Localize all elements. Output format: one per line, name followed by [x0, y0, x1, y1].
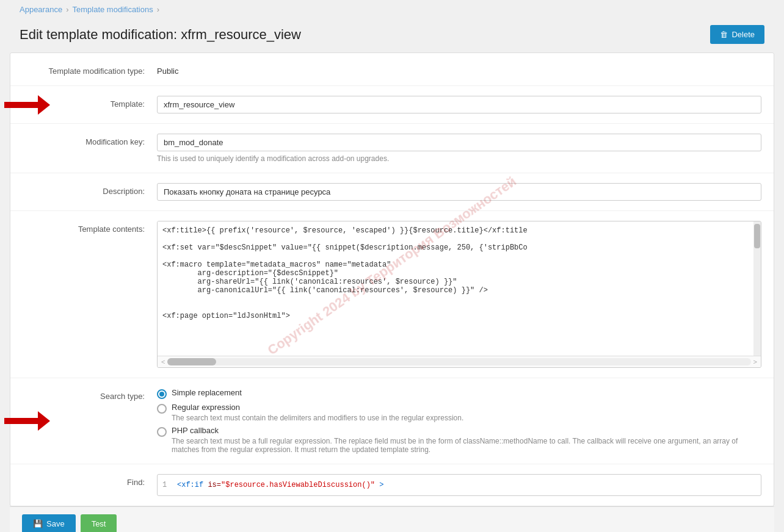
description-input[interactable]: [157, 183, 761, 201]
modification-type-field: Public: [157, 63, 761, 76]
find-row: Find: 1 <xf:if is="$resource.hasViewable…: [10, 464, 774, 506]
template-arrow: [4, 95, 50, 115]
search-type-arrow: [4, 411, 50, 431]
breadcrumb-sep2: ›: [157, 5, 159, 14]
modification-type-label: Template modification type:: [23, 63, 157, 76]
find-label: Find:: [23, 474, 157, 487]
radio-regex-label: Regular expression: [172, 403, 463, 412]
template-contents-row: Template contents: <xf:title>{{ prefix('…: [10, 211, 774, 378]
modification-key-label: Modification key:: [23, 134, 157, 146]
modification-key-row: Modification key: This is used to unique…: [10, 124, 774, 173]
description-field[interactable]: [157, 183, 761, 201]
radio-regex[interactable]: Regular expression The search text must …: [157, 403, 761, 422]
template-contents-box: <xf:title>{{ prefix('resource', $resourc…: [157, 221, 761, 368]
find-field[interactable]: 1 <xf:if is="$resource.hasViewableDiscus…: [157, 474, 761, 496]
description-row: Description:: [10, 173, 774, 211]
breadcrumb-template-modifications[interactable]: Template modifications: [72, 5, 153, 14]
template-field[interactable]: [157, 96, 761, 113]
save-label: Save: [46, 519, 65, 528]
breadcrumb: Appearance › Template modifications ›: [10, 0, 774, 19]
modification-key-hint: This is used to uniquely identify a modi…: [157, 154, 761, 163]
search-type-field: Simple replacement Regular expression Th…: [157, 388, 761, 454]
search-type-row: Search type: Simple replacement Re: [10, 378, 774, 464]
template-contents-textarea[interactable]: <xf:title>{{ prefix('resource', $resourc…: [158, 221, 753, 356]
radio-simple[interactable]: Simple replacement: [157, 388, 761, 399]
template-vscrollbar-thumb[interactable]: [754, 224, 760, 248]
hscrollbar-thumb[interactable]: [167, 358, 216, 365]
hscroll-left: <: [161, 358, 165, 365]
delete-button[interactable]: 🗑 Delete: [710, 25, 764, 44]
save-icon: 💾: [33, 519, 43, 528]
search-type-radio-group: Simple replacement Regular expression Th…: [157, 388, 761, 454]
find-area[interactable]: 1 <xf:if is="$resource.hasViewableDiscus…: [157, 474, 761, 496]
modification-key-input[interactable]: [157, 134, 761, 151]
template-contents-field[interactable]: <xf:title>{{ prefix('resource', $resourc…: [157, 221, 761, 368]
template-input[interactable]: [157, 96, 761, 113]
find-line: 1 <xf:if is="$resource.hasViewableDiscus…: [158, 477, 761, 493]
save-button[interactable]: 💾 Save: [22, 514, 76, 532]
radio-regex-icon: [157, 404, 167, 414]
form-container: Template modification type: Public Templ…: [10, 52, 774, 506]
radio-simple-icon: [157, 389, 167, 399]
hscrollbar[interactable]: [167, 358, 750, 365]
find-code: <xf:if is="$resource.hasViewableDiscussi…: [177, 481, 383, 489]
radio-php-hint: The search text must be a full regular e…: [172, 437, 761, 454]
radio-regex-hint: The search text must contain the delimit…: [172, 414, 463, 422]
bottom-actions: 💾 Save Test: [10, 506, 774, 532]
breadcrumb-appearance[interactable]: Appearance: [20, 5, 62, 14]
radio-php[interactable]: PHP callback The search text must be a f…: [157, 426, 761, 454]
radio-simple-label: Simple replacement: [172, 388, 242, 397]
radio-php-label: PHP callback: [172, 426, 761, 435]
modification-type-value: Public: [157, 63, 761, 76]
delete-label: Delete: [731, 30, 755, 39]
test-label: Test: [92, 519, 106, 528]
template-row: Template:: [10, 86, 774, 124]
description-label: Description:: [23, 183, 157, 196]
find-line-num: 1: [162, 481, 172, 489]
search-type-label: Search type:: [23, 388, 157, 401]
template-hscrollbar-row: < >: [158, 356, 761, 367]
modification-type-row: Template modification type: Public: [10, 53, 774, 86]
template-contents-label: Template contents:: [23, 221, 157, 234]
modification-key-field[interactable]: This is used to uniquely identify a modi…: [157, 134, 761, 163]
delete-icon: 🗑: [720, 30, 728, 39]
page-title: Edit template modification: xfrm_resourc…: [20, 27, 301, 43]
radio-php-icon: [157, 427, 167, 437]
page-header: Edit template modification: xfrm_resourc…: [10, 19, 774, 52]
hscroll-right: >: [753, 358, 757, 365]
breadcrumb-sep1: ›: [66, 5, 68, 14]
test-button[interactable]: Test: [81, 514, 117, 532]
template-vscrollbar[interactable]: [753, 221, 761, 356]
